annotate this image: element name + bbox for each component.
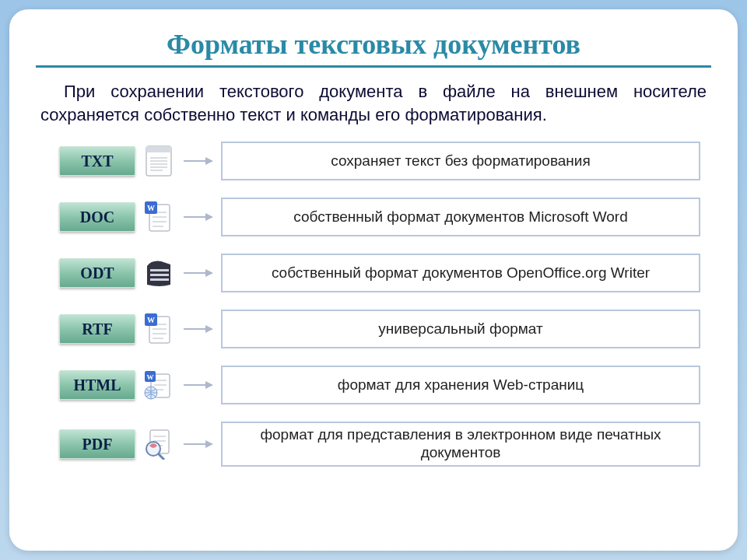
arrow-icon [182,438,213,450]
svg-marker-8 [205,157,213,165]
slide-title: Форматы текстовых документов [36,28,711,61]
format-tag: RTF [59,314,135,344]
format-desc: собственный формат документов Microsoft … [221,198,700,236]
slide-card: Форматы текстовых документов При сохране… [9,9,738,551]
arrow-icon [182,323,213,335]
format-rows: TXT сохраняет текст без форматирования [59,142,700,467]
doc-file-icon: W [143,201,174,233]
format-desc: универсальный формат [221,310,700,348]
title-underline [36,65,711,68]
svg-text:W: W [147,373,154,381]
svg-text:W: W [147,316,155,324]
svg-marker-17 [205,213,213,221]
rtf-file-icon: W [143,313,174,345]
format-desc: формат для хранения Web-страниц [221,366,700,404]
html-file-icon: W [143,369,174,401]
format-row: PDF формат для представления в электронн… [59,422,700,467]
svg-rect-19 [150,274,169,276]
arrow-icon [182,379,213,391]
format-tag: HTML [59,370,135,400]
arrow-icon [182,211,213,223]
format-row: HTML W формат для хранения Web-страниц [59,366,700,404]
format-desc: формат для представления в электронном в… [221,422,700,467]
odt-file-icon [143,257,174,289]
svg-rect-1 [146,146,171,152]
svg-text:W: W [147,204,155,212]
svg-marker-22 [205,269,213,277]
format-row: RTF W универсальный формат [59,310,700,348]
intro-text: При сохранении текстового документа в фа… [40,80,707,126]
format-tag: ODT [59,258,135,288]
format-tag: DOC [59,202,135,232]
format-desc: собственный формат документов OpenOffice… [221,254,700,292]
svg-marker-40 [205,381,213,389]
svg-rect-18 [150,269,169,271]
arrow-icon [182,155,213,167]
svg-line-46 [158,453,164,460]
svg-rect-20 [150,278,169,281]
format-row: ODT собственный формат документов OpenOf… [59,254,700,292]
arrow-icon [182,267,213,279]
svg-marker-48 [205,440,213,448]
format-desc: сохраняет текст без форматирования [221,142,700,180]
format-tag: TXT [59,146,135,176]
pdf-file-icon [143,429,174,460]
format-tag: PDF [59,429,135,459]
format-row: TXT сохраняет текст без форматирования [59,142,700,180]
txt-file-icon [143,145,174,177]
format-row: DOC W собственный формат документов Micr… [59,198,700,236]
svg-marker-31 [205,325,213,333]
